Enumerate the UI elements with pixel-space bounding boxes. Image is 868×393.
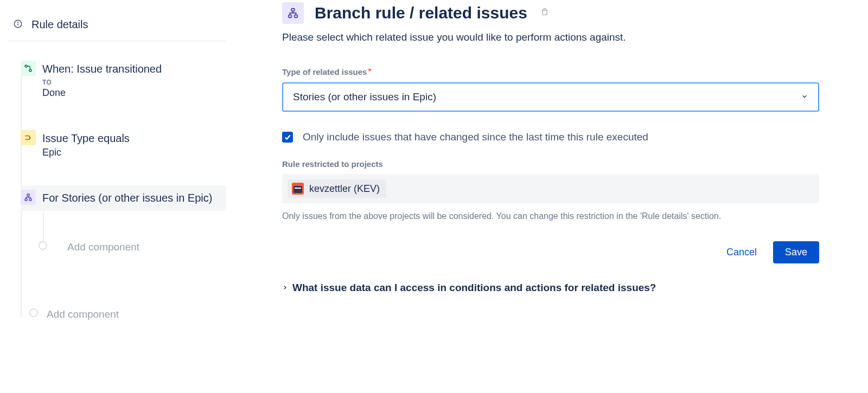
restrict-label: Rule restricted to projects <box>282 159 819 169</box>
branch-heading-icon <box>282 2 304 24</box>
condition-value: Epic <box>42 147 219 158</box>
project-chip: kevzettler (KEV) <box>288 179 386 198</box>
heading-row: Branch rule / related issues <box>282 2 819 24</box>
condition-title: Issue Type equals <box>42 131 219 146</box>
chevron-right-icon <box>282 283 288 293</box>
condition-icon <box>21 130 36 145</box>
delete-branch-button[interactable] <box>540 8 549 18</box>
project-name: kevzettler (KEV) <box>309 183 380 195</box>
rule-details-link[interactable]: Rule details <box>8 11 226 41</box>
restriction-helper-text: Only issues from the above projects will… <box>282 210 819 223</box>
save-button[interactable]: Save <box>773 241 819 263</box>
help-expander[interactable]: What issue data can I access in conditio… <box>282 282 819 294</box>
svg-point-4 <box>29 69 31 72</box>
trigger-node[interactable]: When: Issue transitioned TO Done <box>21 56 226 104</box>
form-buttons: Cancel Save <box>282 241 819 263</box>
trigger-to-value: Done <box>42 87 219 99</box>
help-expander-label: What issue data can I access in conditio… <box>292 282 656 294</box>
page-title: Branch rule / related issues <box>315 4 527 22</box>
rule-timeline: When: Issue transitioned TO Done Issue T… <box>8 56 226 324</box>
node-placeholder-icon <box>29 308 38 317</box>
sidebar: Rule details When: Issue transitioned TO… <box>0 0 233 393</box>
condition-node[interactable]: Issue Type equals Epic <box>21 126 226 164</box>
page-description: Please select which related issue you wo… <box>282 31 819 43</box>
svg-rect-6 <box>25 199 27 201</box>
only-changed-checkbox[interactable] <box>282 132 293 143</box>
type-select-value: Stories (or other issues in Epic) <box>293 91 436 103</box>
svg-rect-9 <box>289 15 292 18</box>
branch-children: Add component <box>46 238 226 256</box>
trigger-to-label: TO <box>42 79 219 86</box>
add-component-inner-label: Add component <box>67 241 139 253</box>
add-component-outer[interactable]: Add component <box>21 305 226 324</box>
project-restriction-box: kevzettler (KEV) <box>282 174 819 203</box>
svg-point-2 <box>18 22 18 22</box>
branch-node[interactable]: For Stories (or other issues in Epic) <box>21 185 226 211</box>
node-placeholder-icon <box>39 241 47 250</box>
required-indicator: * <box>368 67 371 76</box>
svg-rect-5 <box>27 194 29 196</box>
branch-title: For Stories (or other issues in Epic) <box>42 191 219 205</box>
svg-point-3 <box>25 65 27 67</box>
only-changed-checkbox-row: Only include issues that have changed si… <box>282 131 819 143</box>
svg-rect-7 <box>29 199 31 201</box>
type-select[interactable]: Stories (or other issues in Epic) <box>282 82 819 112</box>
add-component-inner[interactable]: Add component <box>46 238 226 256</box>
svg-rect-8 <box>291 9 295 11</box>
rule-details-label: Rule details <box>31 18 88 31</box>
svg-rect-10 <box>295 15 298 18</box>
only-changed-label: Only include issues that have changed si… <box>303 131 648 143</box>
trigger-icon <box>21 61 36 76</box>
project-icon <box>292 183 304 195</box>
add-component-outer-label: Add component <box>47 308 119 320</box>
trigger-title: When: Issue transitioned <box>42 62 219 76</box>
type-field-label: Type of related issues <box>282 67 367 76</box>
branch-form: Type of related issues* Stories (or othe… <box>282 67 819 294</box>
chevron-down-icon <box>801 91 808 103</box>
cancel-button[interactable]: Cancel <box>721 242 762 262</box>
type-field: Type of related issues* Stories (or othe… <box>282 67 819 112</box>
main-panel: Branch rule / related issues Please sele… <box>233 0 868 393</box>
info-icon <box>13 19 23 31</box>
branch-icon <box>21 190 36 205</box>
svg-rect-11 <box>542 10 547 15</box>
